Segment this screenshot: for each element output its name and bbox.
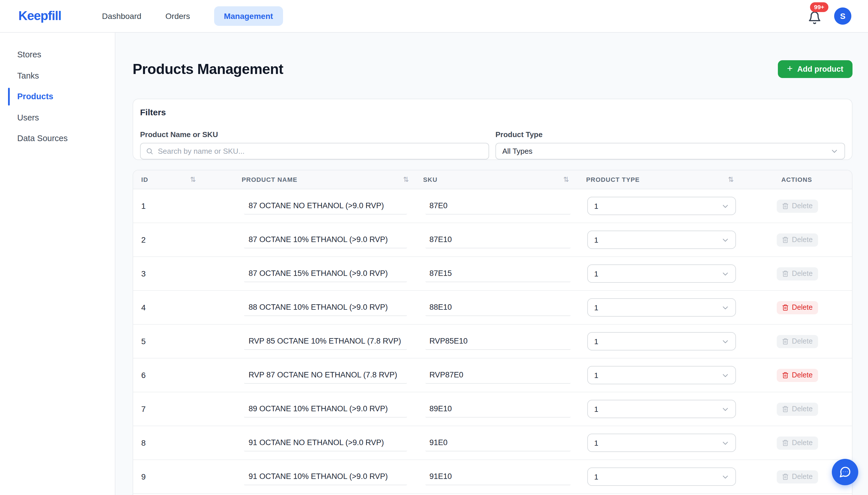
product-type-value: 1 bbox=[594, 236, 598, 244]
product-type-select[interactable]: 1 bbox=[587, 298, 736, 317]
trash-icon bbox=[782, 372, 789, 379]
search-field-wrap bbox=[140, 143, 489, 159]
trash-icon bbox=[782, 203, 789, 209]
product-type-value: 1 bbox=[594, 371, 598, 379]
column-header-id: ID bbox=[141, 170, 148, 189]
add-product-button[interactable]: + Add product bbox=[778, 60, 852, 78]
bell-icon bbox=[808, 11, 821, 25]
product-type-select[interactable]: 1 bbox=[587, 400, 736, 418]
product-sku-input[interactable] bbox=[425, 265, 571, 282]
delete-button[interactable]: Delete bbox=[777, 470, 818, 483]
sidebar-item-users[interactable]: Users bbox=[0, 107, 115, 128]
chevron-down-icon bbox=[722, 439, 729, 446]
sort-icon-product-type[interactable]: ⇅ bbox=[728, 170, 734, 189]
table-row: 2 1 Delete bbox=[133, 223, 852, 257]
chat-bubble-icon bbox=[839, 466, 851, 478]
product-name-input[interactable] bbox=[244, 299, 407, 316]
table-row: 4 1 Delete bbox=[133, 291, 852, 325]
table-row: 7 1 Delete bbox=[133, 392, 852, 426]
sidebar-item-stores[interactable]: Stores bbox=[0, 44, 115, 65]
product-name-input[interactable] bbox=[244, 197, 407, 215]
delete-button[interactable]: Delete bbox=[777, 335, 818, 348]
product-type-select[interactable]: 1 bbox=[587, 264, 736, 283]
delete-button[interactable]: Delete bbox=[777, 369, 818, 382]
product-name-input[interactable] bbox=[244, 434, 407, 451]
product-name-input[interactable] bbox=[244, 231, 407, 249]
trash-icon bbox=[782, 304, 789, 311]
products-table: ID ⇅ PRODUCT NAME ⇅ SKU ⇅ PRODUCT TYPE ⇅… bbox=[133, 170, 852, 495]
product-type-select[interactable]: 1 bbox=[587, 231, 736, 249]
delete-label: Delete bbox=[792, 337, 813, 345]
chevron-down-icon bbox=[722, 236, 729, 243]
delete-button[interactable]: Delete bbox=[777, 267, 818, 280]
delete-button[interactable]: Delete bbox=[777, 199, 818, 212]
delete-label: Delete bbox=[792, 270, 813, 278]
chevron-down-icon bbox=[722, 338, 729, 345]
navbar-right: 99+ S bbox=[808, 7, 851, 25]
filters-grid: Product Name or SKU Product Type All Typ… bbox=[140, 130, 845, 159]
product-sku-input[interactable] bbox=[425, 299, 571, 316]
trash-icon bbox=[782, 439, 789, 446]
product-name-input[interactable] bbox=[244, 468, 407, 485]
trash-icon bbox=[782, 406, 789, 412]
chevron-down-icon bbox=[722, 473, 729, 480]
product-sku-input[interactable] bbox=[425, 400, 571, 417]
product-type-select[interactable]: 1 bbox=[587, 467, 736, 486]
table-body: 1 1 Delete 2 1 De bbox=[133, 189, 852, 494]
delete-label: Delete bbox=[792, 439, 813, 447]
sort-icon-id[interactable]: ⇅ bbox=[190, 170, 196, 189]
user-avatar[interactable]: S bbox=[834, 7, 851, 25]
product-sku-input[interactable] bbox=[425, 231, 571, 249]
product-sku-input[interactable] bbox=[425, 197, 571, 215]
product-sku-input[interactable] bbox=[425, 333, 571, 350]
delete-label: Delete bbox=[792, 236, 813, 244]
sidebar-item-data-sources[interactable]: Data Sources bbox=[0, 128, 115, 149]
nav-tab-orders[interactable]: Orders bbox=[165, 12, 190, 21]
chat-widget-button[interactable] bbox=[832, 459, 858, 485]
delete-button[interactable]: Delete bbox=[777, 403, 818, 415]
table-row: 5 1 Delete bbox=[133, 325, 852, 358]
product-type-value: 1 bbox=[594, 439, 598, 447]
product-type-value: 1 bbox=[594, 303, 598, 312]
page-header: Products Management + Add product bbox=[133, 58, 852, 79]
main-nav: Dashboard Orders Management bbox=[78, 6, 283, 26]
sidebar-item-tanks[interactable]: Tanks bbox=[0, 65, 115, 86]
trash-icon bbox=[782, 236, 789, 243]
product-type-value: 1 bbox=[594, 337, 598, 346]
nav-tab-dashboard[interactable]: Dashboard bbox=[102, 12, 141, 21]
product-sku-input[interactable] bbox=[425, 434, 571, 451]
sort-icon-product-name[interactable]: ⇅ bbox=[403, 170, 409, 189]
chevron-down-icon bbox=[722, 202, 729, 210]
app-root: Keepfill Dashboard Orders Management 99+… bbox=[0, 0, 868, 495]
delete-button[interactable]: Delete bbox=[777, 233, 818, 246]
product-type-select[interactable]: 1 bbox=[587, 197, 736, 215]
nav-tab-management[interactable]: Management bbox=[214, 6, 283, 26]
product-name-input[interactable] bbox=[244, 366, 407, 384]
chevron-down-icon bbox=[831, 148, 838, 155]
delete-button[interactable]: Delete bbox=[777, 301, 818, 314]
product-type-select[interactable]: 1 bbox=[587, 433, 736, 452]
notifications-button[interactable]: 99+ bbox=[808, 11, 821, 25]
product-type-value: 1 bbox=[594, 202, 598, 210]
brand-logo[interactable]: Keepfill bbox=[18, 8, 61, 23]
sort-icon-sku[interactable]: ⇅ bbox=[563, 170, 569, 189]
product-id-cell: 6 bbox=[133, 371, 244, 380]
table-row: 9 1 Delete bbox=[133, 460, 852, 494]
delete-label: Delete bbox=[792, 303, 813, 311]
product-sku-input[interactable] bbox=[425, 468, 571, 485]
search-input[interactable] bbox=[140, 143, 489, 159]
table-row: 3 1 Delete bbox=[133, 257, 852, 291]
product-type-filter-select[interactable]: All Types bbox=[495, 143, 845, 159]
product-name-input[interactable] bbox=[244, 400, 407, 417]
product-id-cell: 4 bbox=[133, 303, 244, 312]
product-sku-input[interactable] bbox=[425, 366, 571, 384]
product-name-input[interactable] bbox=[244, 265, 407, 282]
product-id-cell: 1 bbox=[133, 201, 244, 210]
sidebar-item-products[interactable]: Products bbox=[0, 86, 115, 107]
product-name-input[interactable] bbox=[244, 333, 407, 350]
product-type-select[interactable]: 1 bbox=[587, 366, 736, 384]
delete-label: Delete bbox=[792, 473, 813, 481]
delete-button[interactable]: Delete bbox=[777, 436, 818, 449]
trash-icon bbox=[782, 473, 789, 480]
product-type-select[interactable]: 1 bbox=[587, 332, 736, 351]
